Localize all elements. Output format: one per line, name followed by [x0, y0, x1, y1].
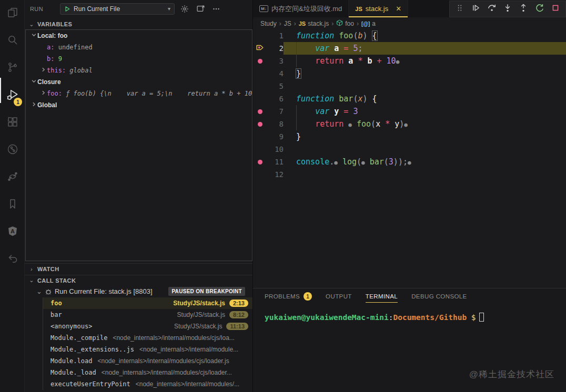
play-icon [64, 6, 70, 12]
variables-tree: Local: fooa: undefinedb: 9this: globalCl… [25, 29, 252, 261]
variable-row[interactable]: a: undefined [26, 42, 252, 53]
frame-name: <anonymous> [50, 323, 92, 330]
breakpoint-gutter[interactable] [253, 44, 267, 54]
breakpoint-gutter[interactable] [253, 59, 267, 64]
frame-name: Module._compile [50, 334, 107, 342]
breadcrumb-item[interactable]: Study [260, 20, 277, 27]
debug-session-row[interactable]: ⌄ Run Current File: stack.js [8803] PAUS… [25, 285, 252, 297]
breadcrumb-label: stack.js [308, 20, 329, 27]
panel-tab-output[interactable]: OUTPUT [326, 288, 352, 304]
frame-name: executeUserEntryPoint [50, 380, 130, 388]
code-line: 9} [253, 130, 566, 143]
bookmark-icon [6, 198, 19, 212]
step-over-button[interactable] [485, 2, 499, 16]
variables-section-header[interactable]: ⌄ VARIABLES [25, 19, 252, 29]
stack-frame-row[interactable]: executeUserEntryPoint<node_internals>/in… [43, 378, 252, 390]
callstack-section-header[interactable]: ⌄ CALL STACK [25, 275, 252, 285]
back-arrow-activity-button[interactable] [0, 246, 25, 273]
variable-value: ƒ foo(b) {\n var a = 5;\n return a * b +… [66, 90, 252, 97]
continue-button[interactable] [469, 2, 482, 16]
gitlens-activity-button[interactable] [0, 137, 25, 164]
variable-row[interactable]: b: 9 [26, 53, 252, 65]
stack-frame-row[interactable]: barStudy/JS/stack.js8:12 [43, 309, 252, 321]
angular-activity-button[interactable]: A [0, 219, 25, 246]
breakpoint-icon [258, 160, 262, 164]
bug-icon [45, 288, 52, 295]
variable-row[interactable]: Closure [26, 76, 252, 88]
breadcrumb-item[interactable]: [@]a [361, 20, 376, 27]
gripper-icon [455, 3, 464, 15]
stack-frame-row[interactable]: Module._load<node_internals>/internal/mo… [43, 367, 252, 378]
stack-frame-row[interactable]: Module._compile<node_internals>/internal… [43, 332, 252, 344]
stack-frame-row[interactable]: Module.load<node_internals>/internal/mod… [43, 355, 252, 367]
stack-frame-row[interactable]: fooStudy/JS/stack.js2:13 [43, 297, 252, 309]
variable-row[interactable]: foo: ƒ foo(b) {\n var a = 5;\n return a … [26, 88, 252, 99]
launch-config-dropdown[interactable]: Run Current File ▾ [60, 3, 175, 15]
chevron-down-icon: ⌄ [28, 21, 35, 28]
chevron-right-icon [30, 101, 37, 109]
frame-source: <node_internals>/internal/modules/cjs/lo… [113, 334, 234, 342]
bookmark-activity-button[interactable] [0, 191, 25, 219]
activity-bar: 1A [0, 0, 25, 392]
debug-console-window-icon[interactable] [195, 3, 206, 15]
step-over-icon [487, 3, 497, 15]
editor-tab[interactable]: M↓内存空间&垃圾回收.md [253, 0, 349, 17]
code-text: } [296, 132, 301, 141]
variable-row[interactable]: Local: foo [26, 30, 252, 42]
run-debug-activity-button[interactable]: 1 [0, 82, 25, 109]
step-into-button[interactable] [501, 2, 514, 16]
step-out-button[interactable] [517, 2, 530, 16]
markdown-file-icon: M↓ [259, 5, 268, 12]
line-number: 5 [267, 82, 284, 90]
code-text: return a * b + 10● [296, 56, 399, 66]
frame-line-badge: 8:12 [229, 311, 248, 318]
stop-icon [550, 3, 561, 15]
panel-tab-label: PROBLEMS [265, 293, 300, 300]
watch-section-header[interactable]: › WATCH [25, 263, 252, 274]
callstack-tree: ⌄ Run Current File: stack.js [8803] PAUS… [25, 285, 252, 392]
frame-name: Module._extensions..js [50, 346, 134, 353]
breakpoint-gutter[interactable] [253, 109, 267, 114]
stack-frame-row[interactable]: <anonymous>Study/JS/stack.js11:13 [43, 321, 252, 332]
chevron-right-icon: › [28, 266, 35, 272]
breakpoint-icon [258, 109, 262, 114]
line-number: 7 [267, 107, 284, 116]
variable-row[interactable]: this: global [26, 65, 252, 76]
code-line: 10 [253, 143, 566, 156]
frame-line-badge: 2:13 [229, 300, 248, 307]
session-label: Run Current File: stack.js [8803] [55, 287, 153, 295]
files-activity-button[interactable] [0, 0, 25, 27]
terminal[interactable]: yukaiwen@yukaiwendeMac-mini:Documents/Gi… [253, 304, 566, 322]
gear-icon[interactable] [179, 3, 190, 15]
breadcrumb-item[interactable]: JSstack.js [299, 20, 329, 27]
panel-tab-debug-console[interactable]: DEBUG CONSOLE [411, 288, 467, 304]
frame-source: <node_internals>/internal/module... [139, 346, 238, 353]
git-compare-activity-button[interactable] [0, 164, 25, 191]
editor-tab[interactable]: JSstack.js✕ [349, 0, 408, 17]
restart-button[interactable] [533, 2, 547, 16]
frame-source: <node_internals>/internal/modules/cjs/lo… [102, 369, 232, 376]
breadcrumb-separator: › [294, 20, 296, 27]
chevron-right-icon [39, 90, 47, 97]
breakpoint-gutter[interactable] [253, 160, 267, 164]
stop-button[interactable] [549, 2, 562, 16]
extensions-activity-button[interactable] [0, 109, 25, 137]
search-activity-button[interactable] [0, 27, 25, 55]
close-icon[interactable]: ✕ [396, 5, 401, 13]
code-editor[interactable]: 1function foo(b) {2 var a = 5;3 return a… [253, 29, 566, 288]
panel-tab-terminal[interactable]: TERMINAL [366, 288, 398, 304]
breadcrumb-item[interactable]: JS [284, 20, 291, 27]
stack-frame-row[interactable]: Module._extensions..js<node_internals>/i… [43, 344, 252, 355]
variable-name: foo: [47, 90, 66, 97]
gripper-button[interactable] [453, 2, 467, 16]
chevron-down-icon [30, 32, 37, 39]
panel-tab-problems[interactable]: PROBLEMS1 [265, 288, 312, 304]
panel-tab-bar: PROBLEMS1OUTPUTTERMINALDEBUG CONSOLE [253, 288, 566, 304]
code-line: 5 [253, 80, 566, 92]
breadcrumb-item[interactable]: foo [336, 19, 354, 28]
more-actions-icon[interactable] [210, 3, 222, 15]
variable-value: 9 [58, 55, 62, 63]
variable-row[interactable]: Global [26, 99, 252, 111]
source-control-activity-button[interactable] [0, 55, 25, 82]
breakpoint-gutter[interactable] [253, 122, 267, 127]
